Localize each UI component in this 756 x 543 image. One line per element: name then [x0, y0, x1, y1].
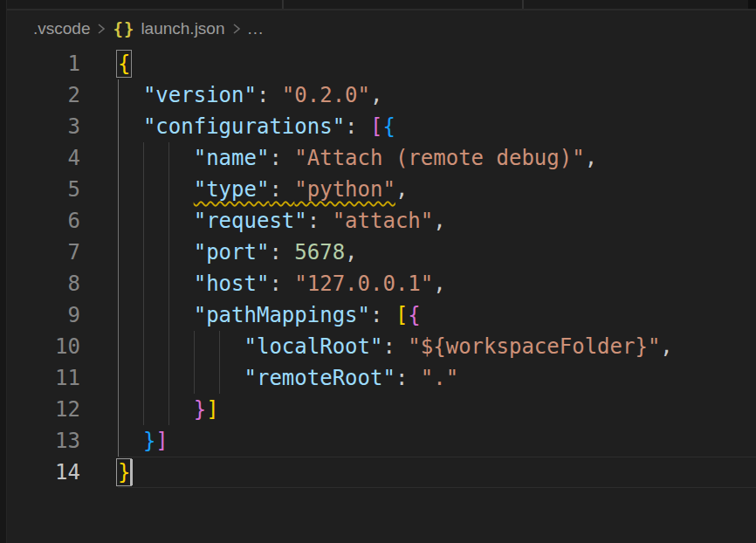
- code-line-content[interactable]: "type": "python",: [118, 174, 756, 205]
- line-number[interactable]: 9: [7, 299, 80, 331]
- token: "attach": [333, 209, 434, 233]
- chevron-right-icon: [96, 22, 107, 36]
- indent-guide: [118, 362, 119, 394]
- indent-guide: [194, 331, 195, 362]
- token: }: [118, 457, 130, 488]
- token: [118, 209, 194, 233]
- text-cursor: [130, 459, 133, 485]
- code-line-content[interactable]: {: [118, 48, 756, 79]
- token: "remoteRoot": [244, 366, 395, 390]
- line-number[interactable]: 8: [7, 268, 80, 299]
- line-number[interactable]: 13: [7, 425, 80, 457]
- indent-guide: [168, 362, 169, 394]
- line-number[interactable]: 10: [7, 331, 80, 362]
- token: [118, 83, 143, 107]
- token: {: [408, 303, 420, 327]
- editor-line: 5 "type": "python",: [7, 174, 756, 205]
- token: :: [370, 303, 395, 327]
- code-line-content[interactable]: "port": 5678,: [118, 237, 756, 268]
- indent-guide: [118, 425, 119, 457]
- code-line-content[interactable]: "configurations": [{: [118, 111, 756, 142]
- breadcrumb-item-file[interactable]: launch.json: [141, 19, 224, 38]
- indent-guide: [118, 299, 119, 331]
- token: "${workspaceFolder}": [408, 334, 660, 359]
- indent-guide: [143, 174, 144, 205]
- token: [118, 303, 194, 327]
- editor-line: 14}: [7, 457, 756, 488]
- code-area[interactable]: 1{2 "version": "0.2.0",3 "configurations…: [7, 48, 756, 488]
- indent-guide: [143, 331, 144, 362]
- indent-guide: [118, 142, 119, 174]
- editor-line: 8 "host": "127.0.0.1",: [7, 268, 756, 299]
- code-line-content[interactable]: }]: [118, 425, 756, 457]
- code-line-content[interactable]: }: [118, 457, 756, 488]
- editor-line: 4 "name": "Attach (remote debug)",: [7, 142, 756, 174]
- line-number[interactable]: 5: [7, 174, 80, 205]
- breadcrumb-item-folder[interactable]: .vscode: [33, 19, 90, 38]
- code-line-content[interactable]: "name": "Attach (remote debug)",: [118, 142, 756, 174]
- token: "request": [194, 209, 307, 233]
- editor-line: 7 "port": 5678,: [7, 237, 756, 268]
- indent-guide: [168, 142, 169, 174]
- token: :: [395, 366, 421, 390]
- token: [118, 114, 143, 139]
- token: "localRoot": [244, 334, 383, 359]
- token: "configurations": [143, 114, 345, 139]
- token: "name": [194, 146, 270, 170]
- line-number[interactable]: 4: [7, 142, 80, 174]
- code-line-content[interactable]: "host": "127.0.0.1",: [118, 268, 756, 299]
- token: ,: [370, 83, 382, 107]
- indent-guide: [143, 394, 144, 425]
- token: [118, 397, 194, 422]
- code-line-content[interactable]: }]: [118, 394, 756, 425]
- line-number[interactable]: 11: [7, 362, 80, 394]
- token: "127.0.0.1": [294, 272, 433, 296]
- indent-guide: [143, 268, 144, 299]
- token: :: [269, 272, 294, 296]
- breadcrumb-item-symbols[interactable]: ...: [248, 19, 265, 38]
- token: :: [307, 209, 333, 233]
- token: [118, 177, 194, 202]
- code-line-content[interactable]: "remoteRoot": ".": [118, 362, 756, 394]
- tab-separator: [282, 0, 284, 9]
- line-number[interactable]: 3: [7, 111, 80, 142]
- token: "host": [194, 272, 270, 296]
- line-number[interactable]: 7: [7, 237, 80, 268]
- code-line-content[interactable]: "localRoot": "${workspaceFolder}",: [118, 331, 756, 362]
- line-number[interactable]: 6: [7, 205, 80, 237]
- token: [118, 240, 194, 265]
- token: ,: [585, 146, 597, 170]
- code-line-content[interactable]: "request": "attach",: [118, 205, 756, 237]
- token: "python": [294, 177, 395, 202]
- indent-guide: [168, 299, 169, 331]
- token: :: [269, 177, 294, 202]
- token: :: [257, 83, 282, 107]
- code-line-content[interactable]: "pathMappings": [{: [118, 299, 756, 331]
- breadcrumb: .vscode {} launch.json ...: [7, 10, 756, 47]
- token: "0.2.0": [282, 83, 370, 107]
- line-number[interactable]: 1: [7, 48, 80, 79]
- code-line-content[interactable]: "version": "0.2.0",: [118, 79, 756, 111]
- line-number[interactable]: 14: [7, 457, 80, 488]
- line-number[interactable]: 12: [7, 394, 80, 425]
- token: :: [269, 146, 294, 170]
- editor-line: 3 "configurations": [{: [7, 111, 756, 142]
- token: ,: [395, 177, 408, 202]
- indent-guide: [118, 237, 119, 268]
- token: "pathMappings": [194, 303, 370, 327]
- token: {: [382, 114, 395, 139]
- token: ]: [206, 397, 218, 422]
- token: :: [269, 240, 294, 265]
- token: "type": [194, 177, 270, 202]
- warning-squiggle: "type": "python": [194, 177, 395, 202]
- token: [: [395, 303, 408, 327]
- editor-line: 10 "localRoot": "${workspaceFolder}",: [7, 331, 756, 362]
- chevron-right-icon: [231, 22, 242, 36]
- editor-line: 11 "remoteRoot": ".": [7, 362, 756, 394]
- line-number[interactable]: 2: [7, 79, 80, 111]
- editor-line: 1{: [7, 48, 756, 79]
- indent-guide: [168, 268, 169, 299]
- indent-guide: [143, 205, 144, 237]
- token: :: [345, 114, 370, 139]
- indent-guide: [168, 394, 169, 425]
